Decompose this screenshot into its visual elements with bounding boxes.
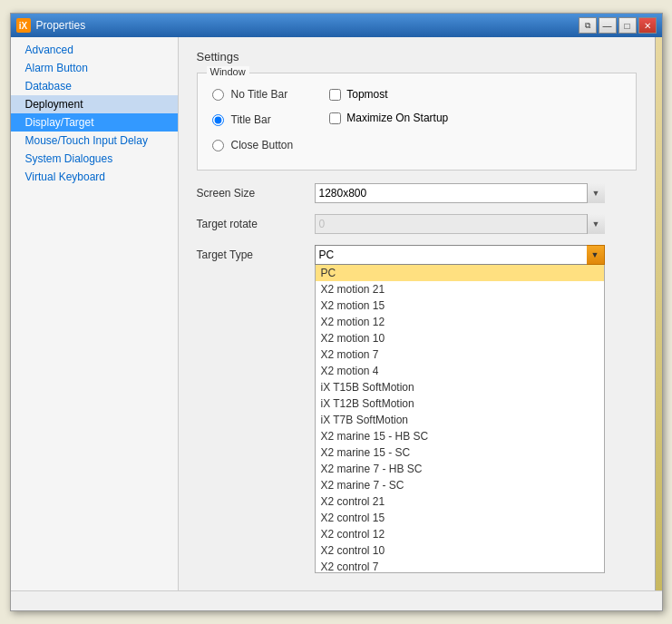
target-type-row: Target Type PC ▼ PC X2 motion 21 X2 moti… [197,245,637,265]
content-area: Advanced Alarm Button Database Deploymen… [11,37,662,590]
checkbox-column: Topmost Maximize On Startup [329,83,448,124]
target-rotate-label: Target rotate [197,218,306,230]
window-group-title: Window [207,66,249,77]
list-item[interactable]: iX T7B SoftMotion [316,412,604,428]
sidebar-item-alarm-button[interactable]: Alarm Button [11,59,178,77]
close-button-radio[interactable] [212,140,224,151]
topmost-label: Topmost [346,88,387,101]
sidebar-item-display-target[interactable]: Display/Target [11,113,178,132]
no-title-bar-row: No Title Bar [212,88,294,101]
title-bar: iX Properties ⧉ — □ ✕ [11,14,662,37]
list-item[interactable]: X2 motion 4 [316,363,604,379]
title-bar-buttons: ⧉ — □ ✕ [579,17,657,34]
sidebar-item-database[interactable]: Database [11,77,178,95]
side-accent-bar [655,37,662,590]
title-bar-row: Title Bar [212,113,294,126]
restore-button[interactable]: ⧉ [579,17,597,34]
sidebar: Advanced Alarm Button Database Deploymen… [11,37,179,590]
screen-size-row: Screen Size 1280x800 ▼ [197,183,637,203]
list-item[interactable]: X2 marine 15 - HB SC [316,428,604,444]
window-icon: iX [16,18,31,33]
list-item[interactable]: X2 marine 15 - SC [316,444,604,461]
list-item[interactable]: X2 motion 12 [316,314,604,330]
target-type-dropdown-button[interactable]: ▼ [587,245,605,265]
list-item[interactable]: X2 marine 7 - SC [316,477,604,493]
sidebar-item-mouse-touch[interactable]: Mouse/Touch Input Delay [11,132,178,150]
dropdown-item-pc[interactable]: PC [316,265,604,281]
target-type-dropdown-list: PC X2 motion 21 X2 motion 15 X2 motion 1… [315,265,605,573]
close-button[interactable]: ✕ [638,17,657,34]
target-type-value: PC [319,249,335,261]
list-item[interactable]: X2 motion 7 [316,346,604,363]
maximize-row: Maximize On Startup [329,112,448,124]
list-item[interactable]: iX T15B SoftMotion [316,379,604,395]
title-bar-radio[interactable] [212,114,224,126]
no-title-bar-radio[interactable] [212,89,224,101]
list-item[interactable]: iX T12B SoftMotion [316,395,604,412]
maximize-label: Maximize On Startup [346,112,448,124]
target-type-dropdown-container: PC ▼ PC X2 motion 21 X2 motion 15 X2 mot… [315,245,605,265]
sidebar-item-virtual-keyboard[interactable]: Virtual Keyboard [11,168,178,186]
main-window: iX Properties ⧉ — □ ✕ Advanced Alarm But… [10,13,663,611]
maximize-button[interactable]: □ [618,17,637,34]
sidebar-item-system-dialogues[interactable]: System Dialogues [11,150,178,168]
list-item[interactable]: X2 control 21 [316,493,604,510]
screen-size-select[interactable]: 1280x800 [315,183,605,203]
radio-column: No Title Bar Title Bar Close Button [212,83,294,157]
list-item[interactable]: X2 control 7 [316,559,604,573]
target-type-label: Target Type [197,249,306,261]
list-item[interactable]: X2 control 12 [316,526,604,542]
close-button-label: Close Button [231,139,294,151]
list-item[interactable]: X2 control 10 [316,542,604,559]
list-item[interactable]: X2 marine 7 - HB SC [316,461,604,477]
window-group: Window No Title Bar Title Bar [197,73,637,171]
screen-size-select-wrapper: 1280x800 ▼ [315,183,605,203]
screen-size-label: Screen Size [197,187,306,200]
sidebar-item-deployment[interactable]: Deployment [11,95,178,113]
target-rotate-select-wrapper: 0 ▼ [315,214,605,234]
topmost-row: Topmost [329,88,448,101]
bottom-bar [11,590,662,610]
target-rotate-row: Target rotate 0 ▼ [197,214,637,234]
no-title-bar-label: No Title Bar [231,88,288,101]
topmost-checkbox[interactable] [329,89,341,101]
sidebar-item-advanced[interactable]: Advanced [11,41,178,59]
close-button-row: Close Button [212,139,294,151]
target-rotate-select[interactable]: 0 [315,214,605,234]
target-type-input[interactable]: PC [315,245,605,265]
settings-heading: Settings [197,50,637,63]
list-item[interactable]: X2 control 15 [316,510,604,526]
title-bar-left: iX Properties [16,18,86,33]
list-item[interactable]: X2 motion 15 [316,297,604,314]
list-item[interactable]: X2 motion 21 [316,281,604,297]
window-title: Properties [36,19,86,32]
title-bar-label: Title Bar [231,113,271,126]
window-options: No Title Bar Title Bar Close Button [212,83,621,157]
list-item[interactable]: X2 motion 10 [316,330,604,346]
maximize-checkbox[interactable] [329,112,341,124]
main-panel: Settings Window No Title Bar Title Bar [179,37,655,590]
minimize-button[interactable]: — [599,17,617,34]
